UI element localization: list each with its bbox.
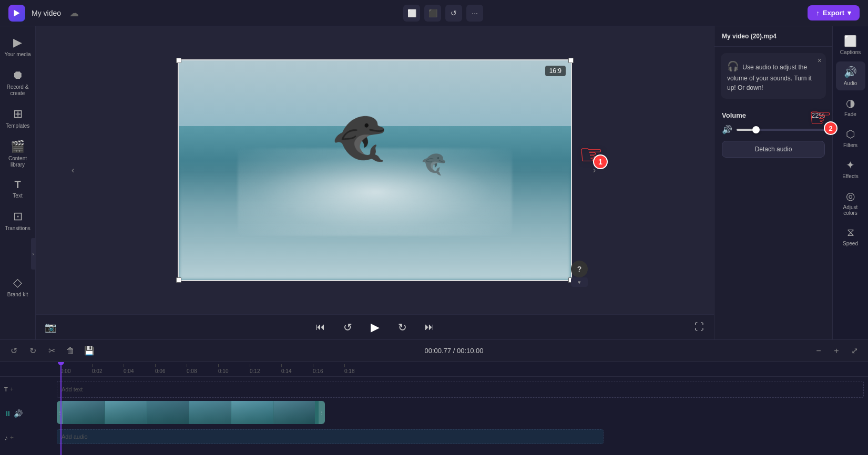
sidebar-item-brand-kit[interactable]: ◇ Brand kit: [2, 272, 34, 302]
video-track-handle-right[interactable]: ⋮: [319, 401, 325, 424]
fullscreen-button[interactable]: ⛶: [691, 319, 708, 336]
tick-9: [344, 364, 345, 367]
volume-slider[interactable]: [737, 129, 825, 131]
top-bar: My video ☁ ⬜ ⬛ ↺ ··· ↑ Export ▾: [0, 0, 868, 26]
transitions-icon: ⊡: [13, 210, 23, 223]
effects-panel-item[interactable]: ✦ Effects: [836, 154, 865, 183]
video-track-icon: ⏸: [4, 409, 12, 418]
save-button[interactable]: 💾: [82, 344, 97, 358]
app-logo[interactable]: [8, 5, 25, 22]
volume-label: Volume: [722, 111, 746, 119]
expand-timeline-button[interactable]: ⤢: [847, 344, 862, 358]
top-bar-right: ↑ Export ▾: [808, 5, 860, 20]
ruler-mark-4: 0:08: [187, 364, 218, 374]
cursor-hand-icon: ☞: [579, 139, 604, 170]
tooltip-emoji: 🎧: [727, 61, 739, 71]
time-separator: /: [453, 347, 457, 355]
video-thumb-6: [273, 401, 315, 424]
undo-button[interactable]: ↺: [6, 344, 21, 358]
export-dropdown-icon: ▾: [847, 9, 851, 17]
tick-8: [313, 364, 313, 367]
sidebar-item-record[interactable]: ⏺ Record &create: [2, 64, 34, 101]
timeline: ↺ ↻ ✂ 🗑 💾 00:00.77 / 00:10.00 − + ⤢ 0:00: [0, 339, 868, 455]
timeline-ruler: 0:00 0:02 0:04 0:06 0:08: [0, 362, 868, 377]
ruler-mark-2: 0:04: [124, 364, 155, 374]
text-track-icon: T: [4, 386, 8, 392]
volume-slider-thumb[interactable]: [752, 126, 760, 133]
sidebar-expand-button[interactable]: ›: [31, 238, 35, 270]
right-panel: My video (20).mp4 × 🎧 Use audio to adjus…: [714, 26, 832, 339]
video-track-handle-left[interactable]: ⋮: [57, 401, 63, 424]
video-track-clip[interactable]: ⋮ ⋮: [57, 401, 325, 424]
ruler-mark-9: 0:18: [344, 364, 376, 374]
tick-label-5: 0:10: [218, 368, 228, 374]
screenshot-button[interactable]: 📷: [42, 319, 59, 336]
volume-value: 22%: [811, 111, 825, 119]
tick-label-3: 0:06: [155, 368, 165, 374]
text-track-add-button: +: [10, 386, 14, 393]
video-container: 🐬 🐬 16:9 ☞ 1: [36, 26, 714, 314]
volume-icon: 🔊: [722, 125, 732, 135]
adjust-colors-panel-item[interactable]: ◎ Adjust colors: [836, 185, 865, 220]
help-button[interactable]: ?: [571, 261, 588, 277]
tick-3: [155, 364, 156, 367]
audio-track-add: +: [10, 434, 14, 441]
redo-button[interactable]: ↻: [25, 344, 40, 358]
video-track-label: ⏸ 🔊: [4, 409, 57, 418]
export-icon: ↑: [816, 9, 820, 17]
video-thumb-5: [231, 401, 273, 424]
zoom-out-button[interactable]: −: [811, 344, 826, 358]
play-pause-button[interactable]: ▶: [366, 319, 383, 336]
panel-expand-right[interactable]: ›: [593, 166, 596, 175]
sidebar-item-your-media[interactable]: ▶ Your media: [2, 32, 34, 62]
text-track-clip-area[interactable]: Add text: [57, 381, 864, 398]
fade-icon: ◑: [846, 97, 855, 109]
cut-button[interactable]: ✂: [44, 344, 59, 358]
video-thumb-1: [63, 401, 105, 424]
panel-expand-left[interactable]: ‹: [72, 166, 74, 175]
svg-marker-0: [14, 9, 20, 16]
detach-audio-button[interactable]: Detach audio: [722, 141, 825, 158]
video-thumb-3: [147, 401, 189, 424]
rotate-tool-button[interactable]: ↺: [445, 5, 462, 22]
chevron-down-button[interactable]: ▾: [571, 277, 588, 287]
volume-header: Volume 22%: [722, 111, 825, 119]
sidebar-item-text[interactable]: T Text: [2, 174, 34, 203]
skip-to-end-button[interactable]: ⏭: [421, 319, 438, 336]
audio-track-clip-area[interactable]: Add audio: [57, 429, 604, 444]
filters-panel-item[interactable]: ⬡ Filters: [836, 123, 865, 152]
fade-panel-item[interactable]: ◑ Fade: [836, 92, 865, 121]
zoom-in-button[interactable]: +: [829, 344, 844, 358]
sidebar-item-transitions[interactable]: ⊡ Transitions: [2, 205, 34, 236]
playhead[interactable]: [60, 362, 62, 455]
volume-section: Volume 22% 🔊 Detach audio: [714, 105, 832, 164]
audio-tooltip: × 🎧 Use audio to adjust the volume of yo…: [721, 53, 826, 99]
tooltip-close-button[interactable]: ×: [818, 56, 822, 65]
audio-panel-item[interactable]: 🔊 Audio: [836, 61, 865, 90]
rewind-button[interactable]: ↺: [339, 319, 356, 336]
speed-icon: ⧖: [847, 226, 854, 239]
tick-label-8: 0:16: [313, 368, 323, 374]
content-library-icon: 🎬: [11, 140, 25, 153]
audio-track-label: ♪ +: [4, 433, 57, 442]
sidebar-item-templates[interactable]: ⊞ Templates: [2, 103, 34, 133]
crop-tool-button[interactable]: ⬜: [403, 5, 420, 22]
speed-panel-item[interactable]: ⧖ Speed: [836, 222, 865, 251]
captions-panel-item[interactable]: ⬜ Captions: [836, 30, 865, 59]
controls-right: ⛶: [691, 319, 708, 336]
video-preview: 🐬 🐬: [178, 59, 572, 281]
sidebar-item-content-library[interactable]: 🎬 Content library: [2, 136, 34, 172]
delete-button[interactable]: 🗑: [63, 344, 78, 358]
tick-label-9: 0:18: [344, 368, 354, 374]
more-tools-button[interactable]: ···: [466, 5, 483, 22]
video-frame[interactable]: 🐬 🐬 16:9 ☞ 1: [178, 59, 572, 281]
skip-to-start-button[interactable]: ⏮: [312, 319, 329, 336]
export-button[interactable]: ↑ Export ▾: [808, 5, 860, 20]
frame-tool-button[interactable]: ⬛: [424, 5, 441, 22]
tick-label-6: 0:12: [250, 368, 260, 374]
time-current: 00:00.77: [424, 347, 451, 355]
text-track-content: Add text: [57, 381, 864, 398]
tick-label-4: 0:08: [187, 368, 197, 374]
left-sidebar: ▶ Your media ⏺ Record &create ⊞ Template…: [0, 26, 36, 339]
forward-button[interactable]: ↻: [394, 319, 411, 336]
